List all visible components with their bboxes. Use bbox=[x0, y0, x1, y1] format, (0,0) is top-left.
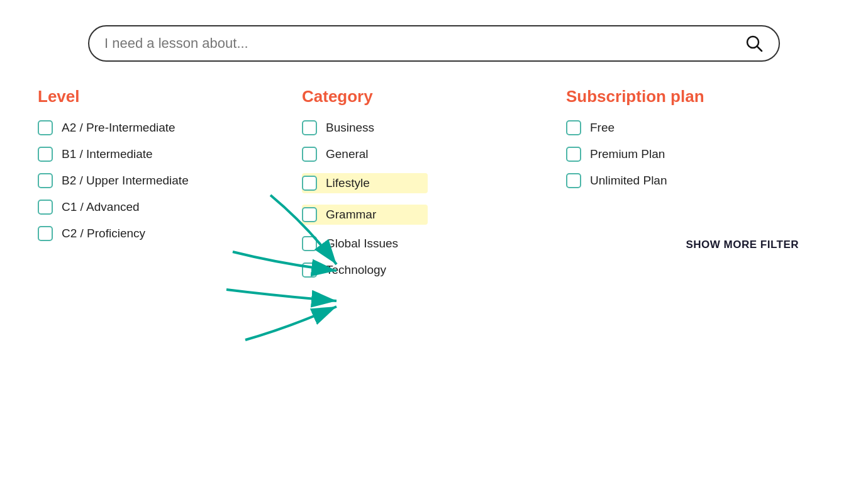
level-checkbox-3[interactable] bbox=[38, 200, 53, 215]
category-label-0: Business bbox=[326, 121, 374, 135]
level-checkbox-1[interactable] bbox=[38, 147, 53, 162]
search-input[interactable] bbox=[104, 35, 745, 52]
category-highlight-2: Lifestyle bbox=[302, 173, 428, 193]
subscription-checkbox-1[interactable] bbox=[566, 147, 581, 162]
subscription-label-0: Free bbox=[590, 121, 615, 135]
show-more-filter-button[interactable]: SHOW MORE FILTER bbox=[686, 239, 818, 251]
subscription-label-2: Unlimited Plan bbox=[590, 174, 667, 188]
page-container: Level A2 / Pre-Intermediate B1 / Interme… bbox=[0, 0, 868, 314]
subscription-item-0: Free bbox=[566, 120, 830, 135]
category-item-2: Lifestyle bbox=[302, 173, 566, 193]
svg-line-1 bbox=[757, 47, 762, 52]
level-item-4: C2 / Proficiency bbox=[38, 226, 302, 241]
level-checkbox-0[interactable] bbox=[38, 120, 53, 135]
level-item-2: B2 / Upper Intermediate bbox=[38, 173, 302, 188]
level-filter-column: Level A2 / Pre-Intermediate B1 / Interme… bbox=[38, 87, 302, 289]
category-label-1: General bbox=[326, 147, 369, 161]
category-checkbox-5[interactable] bbox=[302, 262, 317, 278]
search-button[interactable] bbox=[745, 34, 764, 53]
level-item-3: C1 / Advanced bbox=[38, 200, 302, 215]
category-checkbox-3[interactable] bbox=[302, 207, 317, 222]
category-item-3: Grammar bbox=[302, 205, 566, 225]
category-label-2: Lifestyle bbox=[326, 176, 370, 190]
level-label-2: B2 / Upper Intermediate bbox=[62, 174, 189, 188]
category-label-4: Global Issues bbox=[326, 237, 398, 251]
level-item-1: B1 / Intermediate bbox=[38, 147, 302, 162]
search-icon bbox=[745, 34, 764, 53]
category-item-5: Technology bbox=[302, 262, 566, 278]
level-label-3: C1 / Advanced bbox=[62, 200, 140, 214]
subscription-checkbox-2[interactable] bbox=[566, 173, 581, 188]
level-checkbox-2[interactable] bbox=[38, 173, 53, 188]
filters-row: Level A2 / Pre-Intermediate B1 / Interme… bbox=[38, 87, 830, 289]
category-label-5: Technology bbox=[326, 263, 386, 277]
category-checkbox-0[interactable] bbox=[302, 120, 317, 135]
category-label-3: Grammar bbox=[326, 208, 376, 222]
level-checkbox-4[interactable] bbox=[38, 226, 53, 241]
subscription-heading: Subscription plan bbox=[566, 87, 830, 106]
category-item-0: Business bbox=[302, 120, 566, 135]
level-heading: Level bbox=[38, 87, 302, 106]
level-item-0: A2 / Pre-Intermediate bbox=[38, 120, 302, 135]
category-checkbox-4[interactable] bbox=[302, 236, 317, 251]
level-label-0: A2 / Pre-Intermediate bbox=[62, 121, 175, 135]
category-checkbox-2[interactable] bbox=[302, 176, 317, 191]
category-item-4: Global Issues bbox=[302, 236, 566, 251]
category-filter-column: Category Business General Lifestyle bbox=[302, 87, 566, 289]
subscription-item-1: Premium Plan bbox=[566, 147, 830, 162]
category-item-1: General bbox=[302, 147, 566, 162]
subscription-label-1: Premium Plan bbox=[590, 147, 665, 161]
search-bar bbox=[88, 25, 780, 62]
level-label-4: C2 / Proficiency bbox=[62, 227, 145, 240]
subscription-filter-column: Subscription plan Free Premium Plan Unli… bbox=[566, 87, 830, 289]
subscription-checkbox-0[interactable] bbox=[566, 120, 581, 135]
category-checkbox-1[interactable] bbox=[302, 147, 317, 162]
subscription-item-2: Unlimited Plan bbox=[566, 173, 830, 188]
level-label-1: B1 / Intermediate bbox=[62, 147, 153, 161]
category-heading: Category bbox=[302, 87, 566, 106]
category-highlight-3: Grammar bbox=[302, 205, 428, 225]
